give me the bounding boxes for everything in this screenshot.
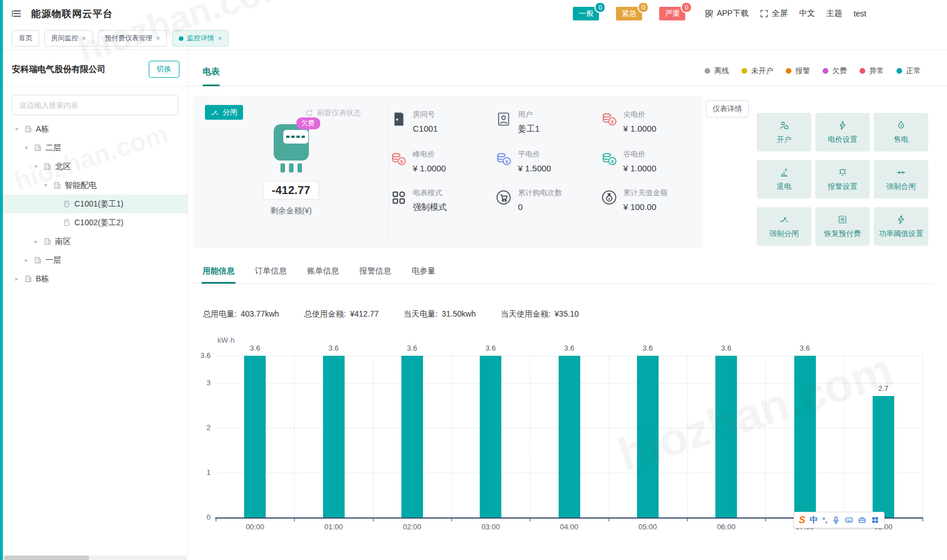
y-tick-label: 2: [188, 423, 211, 432]
user-card-icon: [495, 111, 512, 128]
tree-node[interactable]: ▾北区: [3, 157, 187, 176]
action-button[interactable]: 开户: [757, 113, 811, 151]
tree-caret-icon[interactable]: ▾: [23, 144, 30, 151]
toolbox-icon[interactable]: [858, 516, 866, 524]
breadcrumb-tab[interactable]: 房间监控×: [44, 30, 93, 47]
breaker-status-badge[interactable]: 分闸: [205, 105, 243, 120]
keyboard-icon[interactable]: [845, 516, 853, 524]
tree-node[interactable]: ▸B栋: [3, 270, 187, 288]
chart-bar[interactable]: [480, 356, 501, 517]
v-gridline: [451, 356, 452, 517]
meter-info-panel: 分闸 刷新仪表状态 欠费 -412.77 剩余金额(¥) 房间号C1001用户姜…: [194, 96, 702, 248]
tree-node[interactable]: C1001(姜工1): [3, 195, 187, 213]
meter-info-item: ¥累计充值金额¥ 100.00: [594, 188, 699, 213]
action-button[interactable]: 强制合闸: [874, 160, 928, 199]
app-title: 能源物联网云平台: [31, 7, 113, 20]
punctuation[interactable]: °,: [822, 516, 827, 524]
chart-bar[interactable]: [401, 356, 423, 517]
menu-toggle-icon[interactable]: [11, 8, 23, 19]
action-button[interactable]: 售电: [874, 113, 928, 151]
sidebar-scrollbar[interactable]: [3, 555, 187, 560]
chart-bar[interactable]: [244, 356, 266, 517]
scrollbar-thumb[interactable]: [4, 555, 89, 560]
switch-company-button[interactable]: 切换: [149, 61, 179, 78]
balance-value: -412.77: [263, 181, 320, 200]
chart-bar[interactable]: [637, 356, 659, 517]
chart-bar[interactable]: [715, 356, 737, 517]
legend-item: 欠费: [823, 66, 847, 76]
y-tick-label: 0: [188, 513, 211, 521]
tree-node[interactable]: C1002(姜工2): [3, 213, 187, 232]
alarm-bell-icon: [837, 167, 848, 178]
meter-info-item: 房间号C1001: [383, 110, 488, 134]
tab-meter[interactable]: 电表: [203, 66, 220, 77]
theme-switcher[interactable]: 主题: [826, 9, 842, 19]
tree-node[interactable]: ▾智能配电: [3, 176, 187, 195]
fullscreen-link[interactable]: 全屏: [760, 9, 787, 19]
action-button[interactable]: 功率阈值设置: [874, 207, 928, 246]
tree-caret-icon[interactable]: ▾: [42, 182, 49, 189]
info-label: 平电价: [518, 149, 551, 159]
app-download-link[interactable]: APP下载: [705, 9, 748, 19]
refresh-meter-status-button[interactable]: 刷新仪表状态: [305, 108, 361, 118]
breadcrumb-tab[interactable]: 监控详情×: [172, 30, 229, 47]
action-button[interactable]: 报警设置: [815, 160, 870, 199]
tree-caret-icon[interactable]: ▾: [32, 163, 40, 170]
company-row: 安科瑞电气股份有限公司 切换: [3, 50, 187, 87]
info-value: ¥ 1.0000: [623, 163, 656, 173]
info-value: 强制模式: [413, 202, 447, 213]
chart-bar[interactable]: [323, 356, 345, 517]
info-tab[interactable]: 报警信息: [359, 259, 391, 283]
sogou-logo[interactable]: S: [799, 515, 805, 525]
info-tab[interactable]: 电参量: [412, 259, 435, 283]
tree-node[interactable]: ▸南区: [3, 232, 187, 251]
chart-bar[interactable]: [873, 396, 894, 517]
grid-icon[interactable]: [871, 516, 879, 524]
coins-red-icon: ¥: [390, 150, 407, 167]
tree-caret-icon[interactable]: ▸: [13, 275, 20, 283]
tree-caret-icon[interactable]: ▸: [32, 238, 40, 245]
breadcrumb-tab-label: 监控详情: [187, 33, 214, 43]
alarm-badge-urgent[interactable]: 紧急0: [616, 7, 642, 20]
mic-icon[interactable]: [832, 516, 840, 524]
info-label: 电表模式: [413, 188, 447, 198]
tree-node[interactable]: ▾A栋: [3, 120, 187, 138]
action-button[interactable]: 电价设置: [815, 113, 870, 151]
info-tab[interactable]: 用能信息: [203, 259, 234, 283]
v-gridline: [687, 356, 688, 517]
sell-power-icon: [896, 120, 906, 130]
info-tab[interactable]: 账单信息: [307, 259, 339, 283]
chart-bar[interactable]: [559, 356, 580, 517]
tree-caret-icon[interactable]: ▸: [23, 256, 30, 264]
legend-dot-icon: [896, 68, 902, 74]
close-tab-icon[interactable]: ×: [217, 34, 222, 43]
chinese-mode[interactable]: 中: [810, 515, 818, 525]
breadcrumb-tab[interactable]: 预付费仪表管理×: [98, 30, 167, 47]
close-tab-icon[interactable]: ×: [82, 34, 86, 43]
meter-detail-button[interactable]: 仪表详情: [706, 100, 749, 117]
close-tab-icon[interactable]: ×: [156, 34, 161, 43]
action-button[interactable]: 退电: [757, 160, 811, 199]
alarm-badge-critical[interactable]: 严重0: [659, 7, 685, 20]
info-tab[interactable]: 订单信息: [255, 259, 287, 283]
action-button-label: 强制分闸: [769, 229, 799, 239]
tree-node[interactable]: ▾二层: [3, 138, 187, 157]
alarm-badge-general[interactable]: 一般0: [573, 7, 599, 20]
breadcrumb-tab[interactable]: 首页: [12, 30, 39, 47]
action-button[interactable]: 强制分闸: [757, 207, 811, 246]
alarm-count-badge: 0: [638, 2, 649, 13]
svg-text:¥: ¥: [608, 197, 610, 201]
language-label: 中文: [799, 9, 815, 19]
chart-bar[interactable]: [794, 356, 816, 517]
tree-caret-icon[interactable]: ▾: [13, 125, 20, 133]
meter-info-item: ¥平电价¥ 1.5000: [488, 149, 593, 173]
tree-search-input[interactable]: [12, 95, 178, 115]
coins-red-icon: ¥: [601, 111, 618, 128]
language-switcher[interactable]: 中文: [799, 9, 815, 19]
user-menu[interactable]: test: [853, 9, 866, 18]
action-button[interactable]: 预恢复预付费: [815, 207, 870, 246]
tree-node[interactable]: ▸一层: [3, 251, 187, 270]
alarm-badge-label: 紧急: [622, 9, 636, 18]
building-icon: [24, 275, 32, 283]
v-gridline: [530, 356, 530, 517]
